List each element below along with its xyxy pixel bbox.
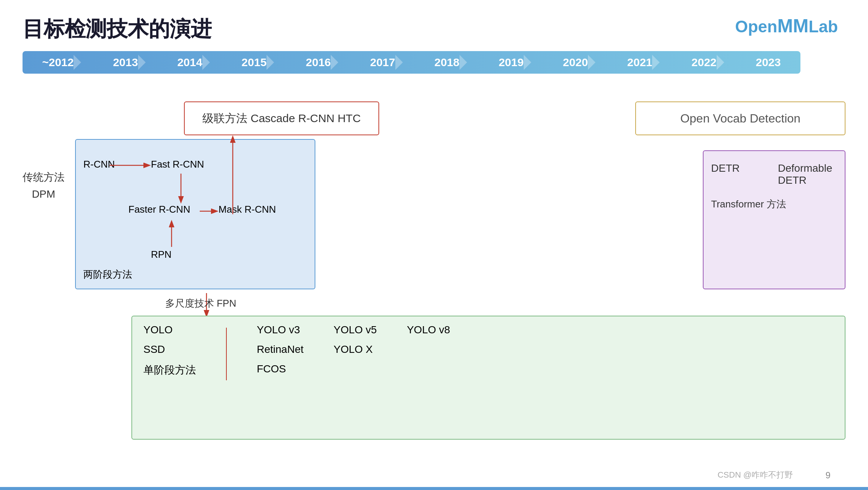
timeline-item-2020: 2020 bbox=[563, 56, 588, 69]
timeline-item-2022: 2022 bbox=[692, 56, 717, 69]
timeline-item-2015: 2015 bbox=[241, 56, 267, 69]
retinanet-label: RetinaNet bbox=[257, 343, 304, 355]
timeline-bar: ~2012 2013 2014 2015 2016 2017 2018 2019… bbox=[23, 51, 800, 74]
left-label: 传统方法 DPM bbox=[23, 169, 65, 203]
timeline-item-2018: 2018 bbox=[434, 56, 460, 69]
ssd-label: SSD bbox=[143, 343, 196, 355]
logo: OpenMMLab bbox=[735, 15, 838, 37]
transformer-method-label: Transformer 方法 bbox=[711, 198, 837, 211]
fast-rcnn-label: Fast R-CNN bbox=[151, 159, 204, 170]
yolov5-label: YOLO v5 bbox=[334, 324, 377, 336]
timeline-item-2017: 2017 bbox=[370, 56, 395, 69]
fpn-label: 多尺度技术 FPN bbox=[165, 297, 236, 310]
slide-title: 目标检测技术的演进 bbox=[23, 15, 845, 44]
yolo-label: YOLO bbox=[143, 324, 196, 336]
timeline-item-2021: 2021 bbox=[627, 56, 653, 69]
single-col-2: YOLO v3 RetinaNet FCOS bbox=[257, 324, 304, 375]
yolov3-label: YOLO v3 bbox=[257, 324, 304, 336]
bottom-bar bbox=[0, 487, 868, 490]
two-stage-box: R-CNN Fast R-CNN Faster R-CNN Mask R-CNN… bbox=[75, 139, 315, 289]
content-area: 传统方法 DPM 级联方法 Cascade R-CNN HTC Open Voc… bbox=[23, 94, 845, 467]
yolov8-label: YOLO v8 bbox=[407, 324, 450, 336]
timeline-item-2016: 2016 bbox=[306, 56, 331, 69]
timeline-item-2019: 2019 bbox=[499, 56, 524, 69]
two-stage-label: 两阶段方法 bbox=[83, 268, 132, 281]
footer-author: CSDN @咋咋不打野 bbox=[717, 469, 793, 481]
single-col-1: YOLO SSD 单阶段方法 bbox=[143, 324, 196, 377]
deformable-detr-label: Deformable DETR bbox=[778, 162, 837, 186]
timeline-item-2023: 2023 bbox=[756, 56, 781, 69]
page-number: 9 bbox=[826, 470, 830, 481]
timeline-item-2014: 2014 bbox=[177, 56, 202, 69]
yolox-label: YOLO X bbox=[334, 343, 377, 355]
slide: 目标检测技术的演进 OpenMMLab ~2012 2013 2014 2015… bbox=[0, 0, 868, 490]
single-stage-content: YOLO SSD 单阶段方法 YOLO v3 RetinaNet FCOS YO… bbox=[143, 324, 833, 431]
cascade-box: 级联方法 Cascade R-CNN HTC bbox=[184, 101, 379, 135]
mask-rcnn-label: Mask R-CNN bbox=[219, 204, 276, 215]
open-vocab-box: Open Vocab Detection bbox=[635, 101, 845, 135]
fcos-label: FCOS bbox=[257, 363, 304, 375]
timeline-item-2013: 2013 bbox=[113, 56, 138, 69]
transformer-content: DETR Deformable DETR bbox=[711, 162, 837, 186]
rpn-label: RPN bbox=[151, 249, 172, 260]
detr-label: DETR bbox=[711, 162, 770, 186]
timeline-item-2012: ~2012 bbox=[42, 56, 74, 69]
bracket-divider bbox=[226, 328, 227, 380]
transformer-box: DETR Deformable DETR Transformer 方法 bbox=[703, 150, 845, 289]
single-stage-label: 单阶段方法 bbox=[143, 363, 196, 377]
single-col-3: YOLO v5 YOLO X bbox=[334, 324, 377, 355]
single-stage-box: YOLO SSD 单阶段方法 YOLO v3 RetinaNet FCOS YO… bbox=[131, 316, 845, 440]
rcnn-label: R-CNN bbox=[83, 159, 115, 170]
single-col-4: YOLO v8 bbox=[407, 324, 450, 336]
faster-rcnn-label: Faster R-CNN bbox=[128, 204, 190, 215]
